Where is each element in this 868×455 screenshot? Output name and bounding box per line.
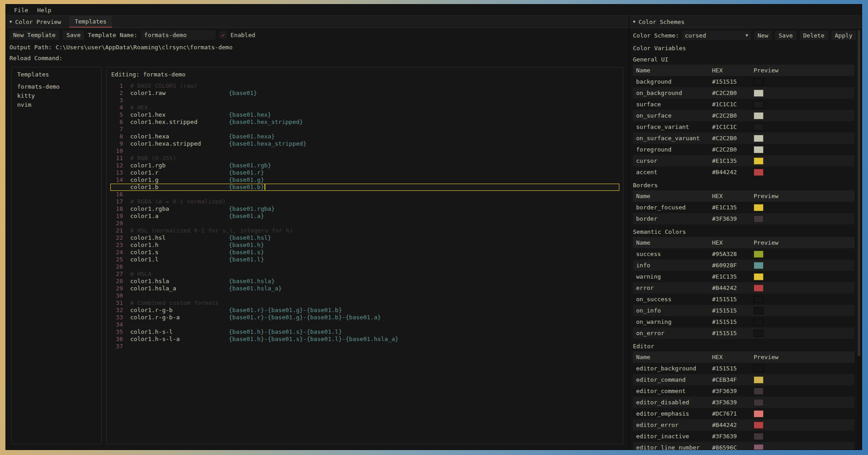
- code-line[interactable]: 22color1.hsl{base01.hsl}: [110, 234, 619, 242]
- color-row[interactable]: success#95A328: [633, 248, 854, 260]
- code-line[interactable]: 2color1.raw{base01}: [110, 90, 619, 97]
- code-line[interactable]: 16: [110, 191, 619, 198]
- enabled-checkbox[interactable]: ✓: [219, 31, 227, 39]
- code-line[interactable]: 20: [110, 220, 619, 227]
- code-line[interactable]: 37: [110, 343, 619, 350]
- color-swatch[interactable]: [754, 273, 764, 280]
- color-swatch[interactable]: [754, 307, 764, 314]
- color-swatch[interactable]: [754, 123, 764, 131]
- color-swatch[interactable]: [754, 101, 764, 108]
- code-line[interactable]: 23color1.h{base01.h}: [110, 242, 619, 249]
- code-line[interactable]: 21# HSL (normalized 0-1 for s,l, integer…: [110, 227, 619, 234]
- code-line[interactable]: 33color1.r-g-b-a{base01.r}-{base01.g}-{b…: [110, 314, 619, 321]
- color-swatch[interactable]: [754, 376, 764, 384]
- code-line[interactable]: 17# RGBA (A = 0-1 normalized): [110, 198, 619, 205]
- color-swatch[interactable]: [754, 399, 764, 406]
- menu-file[interactable]: File: [9, 6, 33, 14]
- scrollbar[interactable]: [857, 29, 861, 448]
- code-line[interactable]: 3: [110, 97, 619, 104]
- code-line[interactable]: 28color1.hsla{base01.hsla}: [110, 278, 619, 285]
- code-line[interactable]: color1.b{base01.b}: [110, 184, 619, 191]
- color-swatch[interactable]: [754, 410, 764, 417]
- color-swatch[interactable]: [754, 296, 764, 303]
- color-hex[interactable]: #151515: [712, 78, 754, 85]
- code-line[interactable]: 19color1.a{base01.a}: [110, 213, 619, 220]
- new-scheme-button[interactable]: New: [754, 31, 772, 40]
- code-line[interactable]: 13color1.r{base01.r}: [110, 169, 619, 176]
- new-template-button[interactable]: New Template: [9, 30, 59, 40]
- code-line[interactable]: 8color1.hexa{base01.hexa}: [110, 133, 619, 140]
- color-row[interactable]: cursor#E1C135: [633, 155, 854, 166]
- color-hex[interactable]: #151515: [712, 307, 754, 314]
- color-hex[interactable]: #B44242: [712, 422, 754, 428]
- delete-scheme-button[interactable]: Delete: [800, 31, 828, 40]
- color-hex[interactable]: #C2C2B0: [712, 90, 754, 96]
- code-line[interactable]: 29color1.hsla_a{base01.hsla_a}: [110, 285, 619, 292]
- code-line[interactable]: 1# BASE COLORS (raw): [110, 82, 619, 90]
- code-line[interactable]: 5color1.hex{base01.hex}: [110, 111, 619, 118]
- color-row[interactable]: border#3F3639: [633, 213, 854, 224]
- color-hex[interactable]: #E1C135: [712, 204, 754, 211]
- color-swatch[interactable]: [754, 262, 764, 269]
- color-row[interactable]: warning#E1C135: [633, 271, 854, 282]
- color-hex[interactable]: #1C1C1C: [712, 123, 754, 130]
- color-row[interactable]: on_error#151515: [633, 327, 854, 339]
- code-line[interactable]: 10: [110, 147, 619, 155]
- color-swatch[interactable]: [754, 157, 764, 165]
- color-row[interactable]: on_background#C2C2B0: [633, 87, 854, 99]
- color-row[interactable]: info#60928F: [633, 260, 854, 271]
- color-row[interactable]: editor_emphasis#DC7671: [633, 408, 854, 419]
- color-swatch[interactable]: [754, 318, 764, 326]
- collapse-arrow-icon[interactable]: ▼: [633, 19, 635, 24]
- color-hex[interactable]: #1C1C1C: [712, 101, 754, 108]
- color-hex[interactable]: #60928F: [712, 262, 754, 269]
- color-swatch[interactable]: [754, 135, 764, 142]
- color-row[interactable]: error#B44242: [633, 282, 854, 294]
- color-hex[interactable]: #C2C2B0: [712, 146, 754, 153]
- code-line[interactable]: 18color1.rgba{base01.rgba}: [110, 205, 619, 213]
- color-swatch[interactable]: [754, 365, 764, 372]
- color-hex[interactable]: #E1C135: [712, 273, 754, 280]
- save-scheme-button[interactable]: Save: [775, 31, 796, 40]
- color-swatch[interactable]: [754, 78, 764, 85]
- scheme-dropdown[interactable]: cursed ▼: [682, 31, 751, 40]
- color-row[interactable]: on_surface_varuant#C2C2B0: [633, 133, 854, 144]
- code-line[interactable]: 14color1.g{base01.g}: [110, 176, 619, 184]
- output-path-value[interactable]: C:\Users\user\AppData\Roaming\clrsync\fo…: [56, 44, 232, 51]
- code-line[interactable]: 7: [110, 126, 619, 133]
- color-hex[interactable]: #B44242: [712, 284, 754, 291]
- color-hex[interactable]: #151515: [712, 365, 754, 372]
- color-row[interactable]: on_info#151515: [633, 305, 854, 316]
- code-line[interactable]: 24color1.s{base01.s}: [110, 249, 619, 256]
- color-swatch[interactable]: [754, 215, 764, 223]
- color-swatch[interactable]: [754, 422, 764, 429]
- collapse-arrow-icon[interactable]: ▼: [9, 19, 12, 24]
- code-line[interactable]: 27# HSLA: [110, 270, 619, 278]
- color-row[interactable]: background#151515: [633, 76, 854, 87]
- code-line[interactable]: 32color1.r-g-b{base01.r}-{base01.g}-{bas…: [110, 307, 619, 314]
- color-swatch[interactable]: [754, 433, 764, 440]
- code-line[interactable]: 30: [110, 292, 619, 299]
- color-row[interactable]: editor_line_number#86596C: [633, 442, 854, 450]
- color-swatch[interactable]: [754, 388, 764, 395]
- color-hex[interactable]: #DC7671: [712, 410, 754, 417]
- color-hex[interactable]: #3F3639: [712, 388, 754, 394]
- color-swatch[interactable]: [754, 444, 764, 450]
- color-hex[interactable]: #CEB34F: [712, 376, 754, 383]
- menu-help[interactable]: Help: [33, 6, 56, 14]
- color-hex[interactable]: #151515: [712, 296, 754, 303]
- color-hex[interactable]: #3F3639: [712, 433, 754, 440]
- color-swatch[interactable]: [754, 112, 764, 119]
- code-line[interactable]: 36color1.h-s-l-a{base01.h}-{base01.s}-{b…: [110, 336, 619, 343]
- code-line[interactable]: 12color1.rgb{base01.rgb}: [110, 162, 619, 169]
- color-row[interactable]: editor_disabled#3F3639: [633, 397, 854, 408]
- color-swatch[interactable]: [754, 146, 764, 153]
- color-row[interactable]: editor_command#CEB34F: [633, 374, 854, 385]
- color-row[interactable]: on_surface#C2C2B0: [633, 110, 854, 121]
- code-line[interactable]: 4# HEX: [110, 104, 619, 111]
- code-line[interactable]: 6color1.hex.stripped{base01.hex_stripped…: [110, 118, 619, 126]
- color-row[interactable]: editor_inactive#3F3639: [633, 431, 854, 442]
- code-editor[interactable]: 1# BASE COLORS (raw)2color1.raw{base01}3…: [110, 81, 619, 441]
- color-hex[interactable]: #C2C2B0: [712, 112, 754, 119]
- code-line[interactable]: 9color1.hexa.stripped{base01.hexa_stripp…: [110, 140, 619, 147]
